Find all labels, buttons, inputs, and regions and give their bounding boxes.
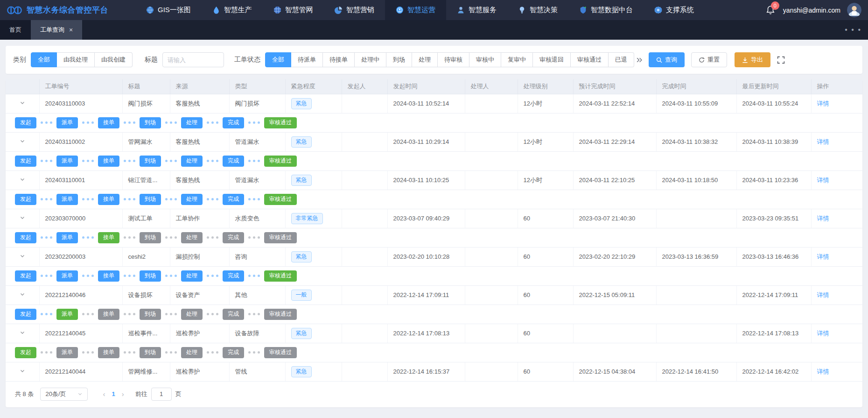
status-chip-0[interactable]: 全部 xyxy=(265,52,291,67)
search-button[interactable]: 查询 xyxy=(649,52,685,67)
tab-overflow-menu-icon[interactable]: • • • xyxy=(845,20,861,40)
notification-bell-icon[interactable]: 0 xyxy=(765,5,777,16)
tab-0[interactable]: 首页 xyxy=(0,20,31,40)
detail-link[interactable]: 详情 xyxy=(817,253,829,260)
row-expander-icon[interactable] xyxy=(6,209,39,228)
column-header-6: 发起时间 xyxy=(387,79,465,94)
goto-page-input[interactable] xyxy=(151,388,172,401)
page-size-select[interactable]: 20条/页 xyxy=(40,388,88,401)
workflow-row-1: 发起派单接单到场处理完成审核通过 xyxy=(6,151,862,170)
nav-item-6[interactable]: 智慧决策 xyxy=(507,0,568,20)
avatar[interactable] xyxy=(847,3,861,17)
user-email[interactable]: yanshi@admin.com xyxy=(783,7,840,14)
title-input[interactable] xyxy=(162,52,224,67)
urgency-badge: 紧急 xyxy=(291,136,312,148)
detail-link[interactable]: 详情 xyxy=(817,330,829,337)
workflow-step-badge: 完成 xyxy=(223,347,244,358)
workflow-dots xyxy=(165,275,177,277)
status-chip-10[interactable]: 审核通过 xyxy=(571,52,609,67)
workflow-dots xyxy=(165,160,177,162)
row-expander-icon[interactable] xyxy=(6,324,39,343)
row-expander-icon[interactable] xyxy=(6,170,39,190)
cell-order_no: 202212140044 xyxy=(39,362,122,381)
export-button[interactable]: 导出 xyxy=(735,52,770,67)
cell-update_time: 2023-03-13 16:46:36 xyxy=(736,247,811,266)
row-expander-icon[interactable] xyxy=(6,285,39,305)
column-header-8: 处理级别 xyxy=(518,79,573,94)
nav-item-3[interactable]: 智慧营销 xyxy=(324,0,385,20)
column-header-9: 预计完成时间 xyxy=(573,79,656,94)
search-icon xyxy=(656,57,662,63)
cell-title: ceshi2 xyxy=(122,247,170,266)
row-expander-icon[interactable] xyxy=(6,247,39,266)
workflow-dots xyxy=(82,236,94,239)
status-chip-2[interactable]: 待接单 xyxy=(323,52,355,67)
workflow-row-5: 发起派单接单到场处理完成审核通过 xyxy=(6,305,862,324)
total-count: 共 8 条 xyxy=(15,390,34,398)
cell-finish_time: 2022-12-14 16:41:50 xyxy=(656,362,736,381)
next-page-icon[interactable]: › xyxy=(117,390,129,398)
workflow-row-0: 发起派单接单到场处理完成审核通过 xyxy=(6,113,862,132)
cell-type: 咨询 xyxy=(229,247,285,266)
category-chip-2[interactable]: 由我创建 xyxy=(95,52,133,67)
cell-update_time: 2024-03-11 10:55:24 xyxy=(736,94,811,113)
cell-order_no: 202212140045 xyxy=(39,324,122,343)
detail-link[interactable]: 详情 xyxy=(817,100,829,107)
category-label: 类别 xyxy=(13,56,26,64)
workflow-dots xyxy=(41,275,52,277)
prev-page-icon[interactable]: ‹ xyxy=(98,390,110,398)
status-chip-6[interactable]: 待审核 xyxy=(438,52,469,67)
detail-link[interactable]: 详情 xyxy=(817,215,829,222)
status-chip-3[interactable]: 处理中 xyxy=(355,52,386,67)
nav-item-8[interactable]: 支撑系统 xyxy=(644,0,705,20)
category-chip-1[interactable]: 由我处理 xyxy=(57,52,95,67)
status-chip-7[interactable]: 审核中 xyxy=(469,52,501,67)
cell-expected_time: 2023-02-20 22:10:29 xyxy=(573,247,656,266)
workflow-dots xyxy=(124,313,135,315)
status-chip-9[interactable]: 审核退回 xyxy=(533,52,571,67)
category-chip-0[interactable]: 全部 xyxy=(31,52,57,67)
workflow-row-6: 发起派单接单到场处理完成审核通过 xyxy=(6,343,862,362)
status-chip-4[interactable]: 到场 xyxy=(386,52,412,67)
reset-button[interactable]: 重置 xyxy=(691,52,727,67)
cell-initiator xyxy=(342,362,387,381)
nav-item-label: 智慧管网 xyxy=(285,6,313,14)
nav-item-7[interactable]: 智慧数据中台 xyxy=(568,0,644,20)
workflow-dots xyxy=(207,121,218,124)
status-chip-11[interactable]: 已退 xyxy=(609,52,634,67)
workflow-step-badge: 到场 xyxy=(140,156,161,167)
nav-item-2[interactable]: 智慧管网 xyxy=(263,0,324,20)
chevron-down-icon xyxy=(77,391,83,397)
cell-type: 阀门损坏 xyxy=(229,94,285,113)
row-expander-icon[interactable] xyxy=(6,132,39,151)
detail-link[interactable]: 详情 xyxy=(817,291,829,298)
status-chip-5[interactable]: 处理 xyxy=(412,52,438,67)
fullscreen-icon[interactable] xyxy=(777,56,785,64)
detail-link[interactable]: 详情 xyxy=(817,138,829,145)
more-statuses-icon[interactable] xyxy=(636,57,642,63)
app-title: 智慧水务综合管控平台 xyxy=(27,5,108,15)
workflow-step-badge: 处理 xyxy=(181,270,203,282)
current-page[interactable]: 1 xyxy=(110,390,117,397)
top-nav: GIS一张图智慧生产智慧管网智慧营销智慧运营智慧服务智慧决策智慧数据中台支撑系统 xyxy=(135,0,705,20)
nav-item-label: 智慧数据中台 xyxy=(591,6,633,14)
cell-start_time: 2022-12-14 17:08:13 xyxy=(387,324,465,343)
workflow-step-badge: 完成 xyxy=(223,270,244,282)
cell-initiator xyxy=(342,94,387,113)
cell-level: 12小时 xyxy=(518,170,573,190)
nav-item-4[interactable]: 智慧运营 xyxy=(385,0,446,20)
cell-source: 设备资产 xyxy=(170,285,229,305)
nav-item-0[interactable]: GIS一张图 xyxy=(135,0,202,20)
close-tab-icon[interactable]: × xyxy=(69,26,73,34)
cell-urgency: 紧急 xyxy=(285,132,342,151)
status-chip-1[interactable]: 待派单 xyxy=(291,52,323,67)
nav-item-1[interactable]: 智慧生产 xyxy=(202,0,263,20)
tab-1[interactable]: 工单查询× xyxy=(31,20,82,40)
urgency-badge: 紧急 xyxy=(291,98,312,109)
status-chip-8[interactable]: 复审中 xyxy=(501,52,533,67)
detail-link[interactable]: 详情 xyxy=(817,368,829,375)
detail-link[interactable]: 详情 xyxy=(817,177,829,184)
row-expander-icon[interactable] xyxy=(6,94,39,113)
nav-item-5[interactable]: 智慧服务 xyxy=(446,0,507,20)
row-expander-icon[interactable] xyxy=(6,362,39,381)
